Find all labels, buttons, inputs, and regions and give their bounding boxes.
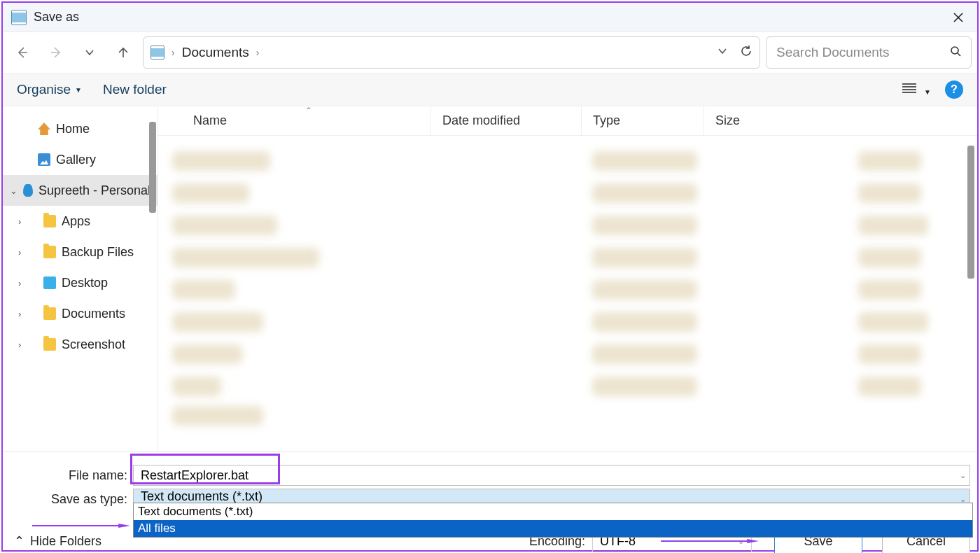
search-box[interactable]: Search Documents bbox=[766, 36, 972, 69]
chevron-right-icon: › bbox=[18, 340, 28, 350]
column-name[interactable]: Name bbox=[158, 106, 431, 135]
caret-down-icon: ▼ bbox=[75, 86, 82, 94]
file-list-body[interactable] bbox=[158, 136, 977, 451]
view-options-button[interactable]: ▼ bbox=[902, 82, 931, 98]
new-folder-button[interactable]: New folder bbox=[103, 82, 167, 97]
column-type[interactable]: Type bbox=[582, 106, 704, 135]
folder-icon bbox=[43, 246, 56, 258]
sort-indicator-icon: ⌃ bbox=[305, 106, 312, 115]
close-icon bbox=[953, 13, 963, 22]
navigation-pane: Home Gallery ⌄ Supreeth - Personal › App… bbox=[3, 106, 158, 451]
app-icon bbox=[11, 10, 27, 25]
savetype-dropdown-list: Text documents (*.txt) All files bbox=[133, 503, 973, 538]
chevron-up-icon: ⌃ bbox=[14, 533, 24, 549]
filename-label: File name: bbox=[10, 468, 133, 483]
breadcrumb-separator-icon: › bbox=[256, 47, 260, 58]
list-scrollbar[interactable] bbox=[967, 146, 974, 279]
file-list: ⌃ Name Date modified Type Size bbox=[158, 106, 977, 451]
sidebar-item-gallery[interactable]: Gallery bbox=[3, 144, 158, 175]
sidebar-item-backup[interactable]: › Backup Files bbox=[3, 237, 158, 267]
forward-button[interactable] bbox=[42, 38, 70, 66]
chevron-right-icon: › bbox=[18, 216, 28, 227]
dropdown-option-txt[interactable]: Text documents (*.txt) bbox=[134, 503, 972, 520]
chevron-down-icon bbox=[718, 46, 727, 56]
list-view-icon bbox=[902, 83, 916, 94]
search-icon bbox=[950, 45, 961, 60]
breadcrumb-separator-icon: › bbox=[172, 47, 175, 58]
dropdown-option-allfiles[interactable]: All files bbox=[134, 520, 972, 537]
location-icon bbox=[150, 46, 164, 59]
column-size[interactable]: Size bbox=[704, 106, 977, 135]
gallery-icon bbox=[38, 153, 50, 166]
chevron-right-icon: › bbox=[18, 247, 28, 258]
sidebar-item-apps[interactable]: › Apps bbox=[3, 206, 158, 237]
search-placeholder: Search Documents bbox=[776, 45, 890, 60]
toolbar: Organise ▼ New folder ▼ ? bbox=[3, 73, 977, 106]
column-date[interactable]: Date modified bbox=[431, 106, 582, 135]
refresh-icon bbox=[740, 45, 752, 57]
hide-folders-button[interactable]: ⌃ Hide Folders bbox=[14, 533, 102, 549]
address-bar[interactable]: › Documents › bbox=[143, 36, 760, 69]
caret-down-icon: ▼ bbox=[924, 88, 931, 96]
column-headers: ⌃ Name Date modified Type Size bbox=[158, 106, 977, 136]
folder-icon bbox=[43, 338, 56, 351]
address-dropdown-button[interactable] bbox=[718, 45, 727, 61]
up-button[interactable] bbox=[109, 38, 137, 66]
onedrive-icon bbox=[23, 184, 33, 197]
titlebar: Save as bbox=[3, 3, 977, 32]
refresh-button[interactable] bbox=[740, 45, 752, 61]
recent-locations-button[interactable] bbox=[76, 38, 104, 66]
sidebar-item-desktop[interactable]: › Desktop bbox=[3, 267, 158, 298]
filename-dropdown-icon[interactable]: ⌄ bbox=[960, 471, 966, 480]
window-title: Save as bbox=[34, 10, 79, 24]
chevron-right-icon: › bbox=[18, 278, 28, 288]
chevron-down-icon: ⌄ bbox=[10, 186, 18, 196]
home-icon bbox=[38, 122, 50, 135]
bottom-panel: File name: ⌄ Save as type: Text document… bbox=[3, 451, 977, 550]
sidebar-item-home[interactable]: Home bbox=[3, 113, 158, 144]
svg-point-0 bbox=[951, 47, 958, 54]
back-button[interactable] bbox=[8, 38, 36, 66]
save-as-dialog: Save as › Documents › bbox=[1, 1, 979, 552]
nav-row: › Documents › Search Documents bbox=[3, 32, 977, 73]
folder-icon bbox=[43, 307, 56, 320]
arrow-left-icon bbox=[15, 46, 29, 59]
filename-input[interactable] bbox=[133, 465, 970, 486]
sidebar-item-screenshot[interactable]: › Screenshot bbox=[3, 329, 158, 360]
arrow-right-icon bbox=[49, 46, 63, 59]
breadcrumb-location[interactable]: Documents bbox=[182, 45, 249, 60]
chevron-right-icon: › bbox=[18, 309, 28, 319]
arrow-up-icon bbox=[116, 46, 130, 59]
close-button[interactable] bbox=[944, 3, 973, 32]
dialog-body: Home Gallery ⌄ Supreeth - Personal › App… bbox=[3, 106, 977, 451]
savetype-label: Save as type: bbox=[10, 492, 133, 507]
sidebar-scrollbar[interactable] bbox=[149, 122, 156, 213]
sidebar-item-onedrive[interactable]: ⌄ Supreeth - Personal bbox=[3, 175, 158, 206]
chevron-down-icon bbox=[85, 48, 94, 57]
sidebar-item-documents[interactable]: › Documents bbox=[3, 298, 158, 329]
help-button[interactable]: ? bbox=[945, 80, 963, 99]
desktop-icon bbox=[43, 276, 56, 289]
organise-button[interactable]: Organise ▼ bbox=[17, 82, 82, 97]
chevron-down-icon: ⌄ bbox=[738, 537, 744, 546]
folder-icon bbox=[43, 215, 56, 227]
